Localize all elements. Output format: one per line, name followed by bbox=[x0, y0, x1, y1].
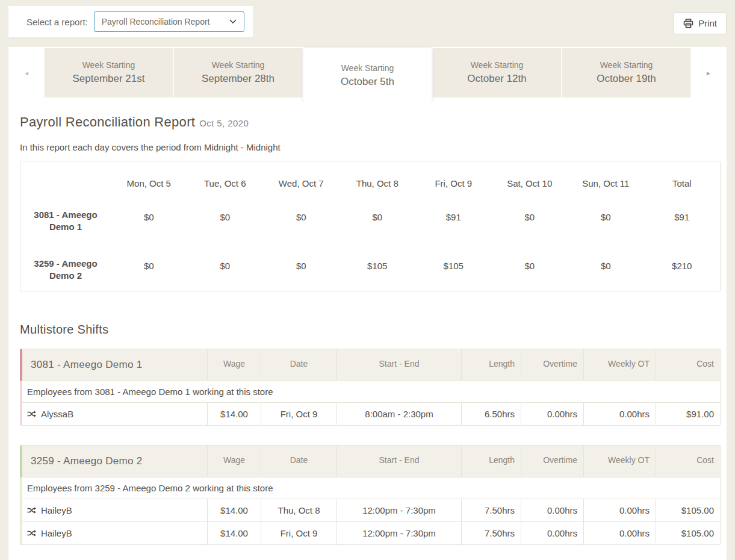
summary-value: $0 bbox=[492, 242, 568, 291]
employee-name: AlyssaB bbox=[41, 409, 73, 419]
week-tab-1[interactable]: Week StartingSeptember 28th bbox=[174, 48, 302, 97]
summary-col-header: Sat, Oct 10 bbox=[492, 161, 568, 193]
shift-overtime: 0.00hrs bbox=[521, 403, 583, 425]
summary-value: $0 bbox=[187, 193, 264, 242]
week-tab-line2: September 28th bbox=[202, 73, 274, 85]
shift-overtime: 0.00hrs bbox=[521, 522, 583, 544]
summary-value: $0 bbox=[568, 193, 644, 242]
summary-col-header: Sun, Oct 11 bbox=[568, 161, 644, 193]
week-tab-line1: Week Starting bbox=[600, 60, 653, 70]
shift-row: HaileyB$14.00Thu, Oct 812:00pm - 7:30pm7… bbox=[20, 499, 720, 522]
report-selector-label: Select a report: bbox=[26, 17, 88, 27]
summary-col-header: Mon, Oct 5 bbox=[111, 161, 187, 193]
summary-value: $0 bbox=[111, 193, 187, 242]
week-tab-2[interactable]: Week StartingOctober 5th bbox=[303, 48, 432, 102]
summary-header-row: Mon, Oct 5Tue, Oct 6Wed, Oct 7Thu, Oct 8… bbox=[20, 161, 720, 193]
payroll-summary-table: Mon, Oct 5Tue, Oct 6Wed, Oct 7Thu, Oct 8… bbox=[20, 161, 721, 291]
summary-value: $0 bbox=[568, 242, 644, 291]
shift-date: Thu, Oct 8 bbox=[261, 499, 336, 521]
summary-value: $0 bbox=[492, 193, 568, 242]
store-name: 3259 - Ameego Demo 2 bbox=[22, 446, 207, 477]
store-col-header: Wage bbox=[207, 446, 261, 477]
report-card: ◄ Week StartingSeptember 21stWeek Starti… bbox=[8, 47, 727, 560]
week-tab-line2: September 21st bbox=[72, 73, 144, 85]
store-table-header: 3081 - Ameego Demo 1WageDateStart - EndL… bbox=[20, 349, 720, 381]
report-body: Payroll Reconciliation ReportOct 5, 2020… bbox=[8, 102, 727, 557]
shift-cost: $105.00 bbox=[656, 522, 720, 544]
shift-row: AlyssaB$14.00Fri, Oct 98:00am - 2:30pm6.… bbox=[20, 403, 720, 425]
store-note-row: Employees from 3081 - Ameego Demo 1 work… bbox=[20, 381, 720, 403]
shift-weekly_ot: 0.00hrs bbox=[583, 522, 656, 544]
summary-value: $105 bbox=[415, 242, 492, 291]
week-tab-line2: October 19th bbox=[597, 73, 656, 85]
shift-length: 7.50hrs bbox=[461, 499, 521, 521]
week-tab-line2: October 5th bbox=[341, 76, 394, 88]
multistore-shuffle-icon bbox=[27, 506, 36, 514]
summary-col-header: Fri, Oct 9 bbox=[415, 161, 492, 193]
shift-date: Fri, Oct 9 bbox=[261, 522, 336, 544]
shift-length: 6.50hrs bbox=[461, 403, 521, 425]
store-col-header: Date bbox=[261, 446, 336, 477]
shift-cost: $105.00 bbox=[656, 499, 720, 521]
print-button-label: Print bbox=[698, 18, 717, 28]
summary-col-header: Tue, Oct 6 bbox=[187, 161, 264, 193]
week-tab-line1: Week Starting bbox=[471, 60, 524, 70]
prev-week-arrow-icon[interactable]: ◄ bbox=[8, 48, 45, 98]
summary-value: $0 bbox=[187, 242, 264, 291]
multistore-shuffle-icon bbox=[27, 410, 36, 418]
summary-value: $0 bbox=[340, 193, 416, 242]
store-col-header: Cost bbox=[656, 446, 720, 477]
store-note: Employees from 3081 - Ameego Demo 1 work… bbox=[22, 381, 720, 402]
summary-row: 3259 - Ameego Demo 2$0$0$0$105$105$0$0$2… bbox=[20, 242, 720, 291]
store-table: 3081 - Ameego Demo 1WageDateStart - EndL… bbox=[20, 349, 721, 426]
multistore-tables: 3081 - Ameego Demo 1WageDateStart - EndL… bbox=[20, 349, 721, 545]
shift-date: Fri, Oct 9 bbox=[261, 403, 336, 425]
week-tab-line1: Week Starting bbox=[82, 60, 135, 70]
shift-start_end: 12:00pm - 7:30pm bbox=[336, 499, 461, 521]
employee-name: HaileyB bbox=[41, 528, 72, 538]
store-col-header: Date bbox=[261, 349, 336, 381]
shift-row: HaileyB$14.00Fri, Oct 912:00pm - 7:30pm7… bbox=[20, 522, 720, 544]
report-selector-card: Select a report: Payroll Reconciliation … bbox=[8, 6, 253, 37]
summary-value: $91 bbox=[644, 193, 721, 242]
multistore-heading: Multistore Shifts bbox=[20, 323, 721, 337]
store-table-header: 3259 - Ameego Demo 2WageDateStart - EndL… bbox=[20, 446, 720, 478]
summary-value: $0 bbox=[111, 242, 187, 291]
next-week-arrow-icon[interactable]: ► bbox=[690, 48, 727, 98]
print-button[interactable]: Print bbox=[674, 12, 727, 34]
shift-cost: $91.00 bbox=[656, 403, 720, 425]
summary-row: 3081 - Ameego Demo 1$0$0$0$0$91$0$0$91 bbox=[20, 193, 720, 242]
report-date: Oct 5, 2020 bbox=[199, 118, 249, 128]
shift-start_end: 8:00am - 2:30pm bbox=[336, 403, 461, 425]
shift-wage: $14.00 bbox=[207, 522, 261, 544]
store-col-header: Weekly OT bbox=[583, 446, 656, 477]
week-tab-4[interactable]: Week StartingOctober 19th bbox=[562, 48, 690, 97]
shift-overtime: 0.00hrs bbox=[521, 499, 583, 521]
store-col-header: Start - End bbox=[336, 349, 461, 381]
store-col-header: Overtime bbox=[521, 446, 583, 477]
summary-value: $0 bbox=[263, 193, 340, 242]
top-bar: Select a report: Payroll Reconciliation … bbox=[0, 0, 735, 37]
shift-wage: $14.00 bbox=[207, 499, 261, 521]
printer-icon bbox=[683, 19, 693, 28]
week-tab-0[interactable]: Week StartingSeptember 21st bbox=[45, 48, 173, 97]
week-tab-strip: ◄ Week StartingSeptember 21stWeek Starti… bbox=[8, 47, 727, 102]
shift-wage: $14.00 bbox=[207, 403, 261, 425]
chevron-down-icon bbox=[229, 19, 237, 24]
week-tab-line1: Week Starting bbox=[212, 60, 265, 70]
week-tab-line2: October 12th bbox=[467, 73, 526, 85]
week-tab-3[interactable]: Week StartingOctober 12th bbox=[433, 48, 561, 97]
summary-col-header: Thu, Oct 8 bbox=[340, 161, 416, 193]
summary-value: $0 bbox=[263, 242, 340, 291]
report-select[interactable]: Payroll Reconciliation Report bbox=[94, 11, 244, 32]
store-note: Employees from 3259 - Ameego Demo 2 work… bbox=[22, 478, 720, 499]
report-title: Payroll Reconciliation Report bbox=[20, 114, 195, 129]
shift-length: 7.50hrs bbox=[461, 522, 521, 544]
store-col-header: Wage bbox=[207, 349, 261, 381]
store-col-header: Weekly OT bbox=[583, 349, 656, 381]
shift-weekly_ot: 0.00hrs bbox=[583, 403, 656, 425]
summary-col-header: Wed, Oct 7 bbox=[263, 161, 340, 193]
shift-weekly_ot: 0.00hrs bbox=[583, 499, 656, 521]
store-name: 3081 - Ameego Demo 1 bbox=[22, 349, 207, 381]
week-tabs: Week StartingSeptember 21stWeek Starting… bbox=[45, 48, 690, 102]
